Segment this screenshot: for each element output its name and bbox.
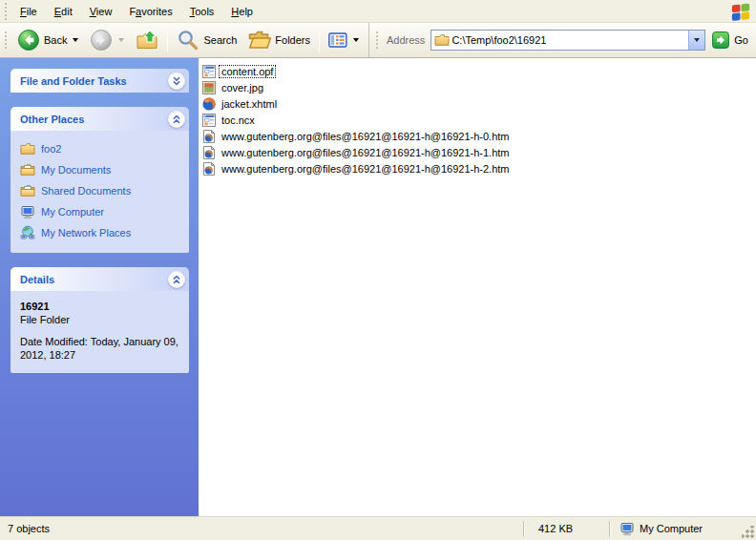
menu-help[interactable]: Help bbox=[222, 4, 262, 19]
details-header[interactable]: Details bbox=[10, 267, 189, 291]
back-icon bbox=[17, 29, 40, 52]
addressbar-grip[interactable] bbox=[373, 31, 381, 49]
standard-buttons-toolbar: Back Search Folders Address bbox=[0, 23, 756, 58]
place-link-my-documents[interactable]: My Documents bbox=[18, 159, 183, 180]
total-size: 412 KB bbox=[525, 523, 609, 534]
address-input[interactable] bbox=[450, 34, 688, 46]
address-folder-icon bbox=[434, 32, 450, 48]
folders-button[interactable]: Folders bbox=[242, 26, 316, 55]
my-computer-icon bbox=[620, 521, 635, 536]
toolbar-grip[interactable] bbox=[2, 31, 10, 49]
file-row[interactable]: jacket.xhtml bbox=[201, 95, 756, 112]
location-zone: My Computer bbox=[611, 521, 756, 536]
window-resize-grip[interactable] bbox=[742, 526, 755, 539]
file-name: www.gutenberg.org@files@16921@16921-h@16… bbox=[220, 163, 512, 175]
file-folder-tasks-header[interactable]: File and Folder Tasks bbox=[10, 69, 189, 93]
up-folder-icon bbox=[136, 29, 158, 52]
firefox-html-icon bbox=[201, 161, 217, 177]
address-dropdown-button[interactable] bbox=[688, 31, 704, 50]
folder-icon bbox=[20, 141, 35, 156]
place-link-my-network-places[interactable]: My Network Places bbox=[18, 222, 183, 243]
other-places-header[interactable]: Other Places bbox=[10, 107, 189, 131]
explorer-window: File Edit View Favorites Tools Help Back… bbox=[0, 0, 756, 540]
opf-document-icon bbox=[201, 64, 217, 79]
other-places-body: foo2 My Documents Shared Documents My Co… bbox=[10, 131, 189, 253]
chevron-down-icon bbox=[694, 38, 700, 42]
menu-bar: File Edit View Favorites Tools Help bbox=[0, 0, 756, 23]
firefox-html-icon bbox=[201, 145, 217, 160]
file-name: toc.ncx bbox=[220, 114, 257, 126]
ncx-document-icon bbox=[201, 113, 217, 128]
toolbar-separator bbox=[319, 28, 320, 52]
search-button[interactable]: Search bbox=[171, 26, 242, 55]
firefox-html-icon bbox=[201, 129, 217, 144]
go-label: Go bbox=[734, 34, 748, 46]
views-dropdown-caret bbox=[353, 38, 359, 42]
file-name: content.opf bbox=[220, 66, 275, 77]
collapse-panel-button[interactable] bbox=[168, 271, 185, 288]
image-file-icon bbox=[201, 80, 217, 95]
back-button[interactable]: Back bbox=[11, 26, 84, 55]
details-date-modified: Date Modified: Today, January 09, 2012, … bbox=[20, 335, 181, 362]
views-icon bbox=[328, 32, 347, 48]
file-row[interactable]: content.opf bbox=[201, 63, 756, 79]
address-label: Address bbox=[387, 34, 425, 46]
my-documents-icon bbox=[20, 162, 35, 177]
place-link-foo2[interactable]: foo2 bbox=[18, 138, 183, 159]
file-row[interactable]: www.gutenberg.org@files@16921@16921-h@16… bbox=[201, 144, 756, 160]
file-row[interactable]: www.gutenberg.org@files@16921@16921-h@16… bbox=[201, 128, 756, 144]
folders-label: Folders bbox=[275, 34, 310, 46]
file-row[interactable]: www.gutenberg.org@files@16921@16921-h@16… bbox=[201, 160, 756, 177]
up-button[interactable] bbox=[130, 26, 164, 55]
search-icon bbox=[177, 29, 200, 52]
search-label: Search bbox=[203, 34, 237, 46]
collapse-panel-button[interactable] bbox=[168, 111, 185, 128]
other-places-panel: Other Places foo2 My Documents Shared Do… bbox=[10, 107, 189, 253]
views-button[interactable] bbox=[323, 26, 365, 55]
address-bar: Address Go bbox=[368, 23, 756, 57]
address-combobox[interactable] bbox=[430, 30, 705, 51]
firefox-icon bbox=[201, 96, 217, 112]
forward-icon bbox=[90, 29, 113, 52]
file-name: www.gutenberg.org@files@16921@16921-h@16… bbox=[220, 131, 512, 142]
shared-documents-icon bbox=[20, 183, 35, 198]
details-panel: Details 16921 File Folder Date Modified:… bbox=[10, 267, 189, 373]
object-count: 7 objects bbox=[0, 523, 523, 534]
folders-icon bbox=[248, 29, 271, 52]
menu-edit[interactable]: Edit bbox=[46, 4, 81, 19]
details-folder-type: File Folder bbox=[20, 313, 181, 326]
file-folder-tasks-panel: File and Folder Tasks bbox=[10, 69, 189, 93]
menu-tools[interactable]: Tools bbox=[181, 4, 223, 19]
menu-view[interactable]: View bbox=[81, 4, 121, 19]
place-link-my-computer[interactable]: My Computer bbox=[18, 201, 183, 222]
my-network-places-icon bbox=[20, 225, 35, 240]
file-name: www.gutenberg.org@files@16921@16921-h@16… bbox=[220, 147, 512, 158]
my-computer-icon bbox=[20, 204, 35, 219]
file-row[interactable]: toc.ncx bbox=[201, 112, 756, 128]
menu-file[interactable]: File bbox=[11, 4, 46, 19]
toolbar-separator bbox=[167, 28, 168, 52]
expand-panel-button[interactable] bbox=[168, 73, 185, 90]
location-label: My Computer bbox=[640, 523, 703, 534]
back-dropdown-caret bbox=[73, 38, 78, 42]
details-body: 16921 File Folder Date Modified: Today, … bbox=[10, 291, 189, 373]
panel-title: Details bbox=[20, 274, 54, 285]
back-label: Back bbox=[44, 34, 67, 46]
task-pane-sidebar: File and Folder Tasks Other Places foo2 bbox=[0, 58, 199, 516]
status-bar: 7 objects 412 KB My Computer bbox=[0, 516, 756, 540]
file-row[interactable]: cover.jpg bbox=[201, 79, 756, 95]
forward-button[interactable] bbox=[84, 26, 130, 55]
menubar-grip[interactable] bbox=[2, 3, 10, 20]
file-name: jacket.xhtml bbox=[220, 98, 279, 110]
go-button[interactable]: Go bbox=[712, 31, 748, 49]
menu-favorites[interactable]: Favorites bbox=[120, 4, 180, 19]
file-list: content.opf cover.jpg jacket.xhtml toc.n… bbox=[199, 58, 756, 516]
details-folder-name: 16921 bbox=[20, 300, 181, 313]
place-link-shared-documents[interactable]: Shared Documents bbox=[18, 180, 183, 201]
go-arrow-icon bbox=[712, 31, 729, 49]
chevron-double-down-icon bbox=[170, 74, 183, 88]
file-name: cover.jpg bbox=[220, 82, 265, 93]
panel-title: Other Places bbox=[20, 114, 84, 125]
windows-logo-icon bbox=[730, 1, 751, 22]
forward-dropdown-caret bbox=[118, 38, 124, 42]
